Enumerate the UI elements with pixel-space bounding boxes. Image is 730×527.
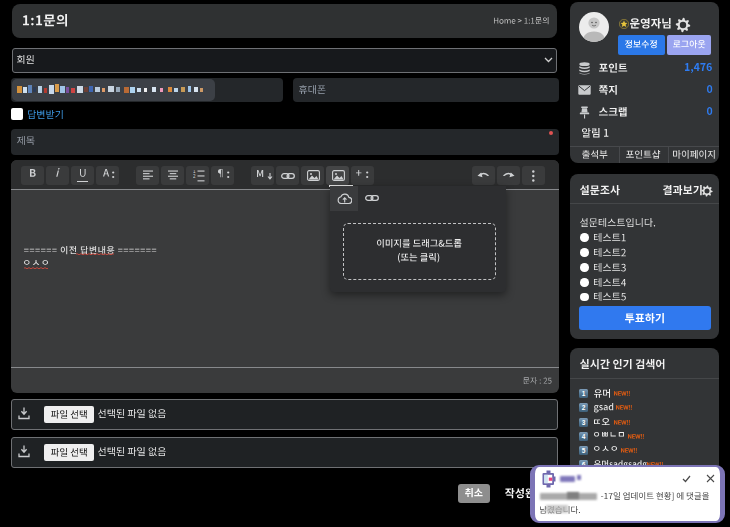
svg-text:4: 4 bbox=[581, 433, 585, 440]
svg-text:2: 2 bbox=[581, 404, 585, 411]
svg-text:1: 1 bbox=[581, 390, 585, 397]
svg-text:2: 2 bbox=[193, 174, 196, 179]
svg-text:3: 3 bbox=[581, 419, 585, 426]
svg-text:5: 5 bbox=[581, 447, 585, 454]
